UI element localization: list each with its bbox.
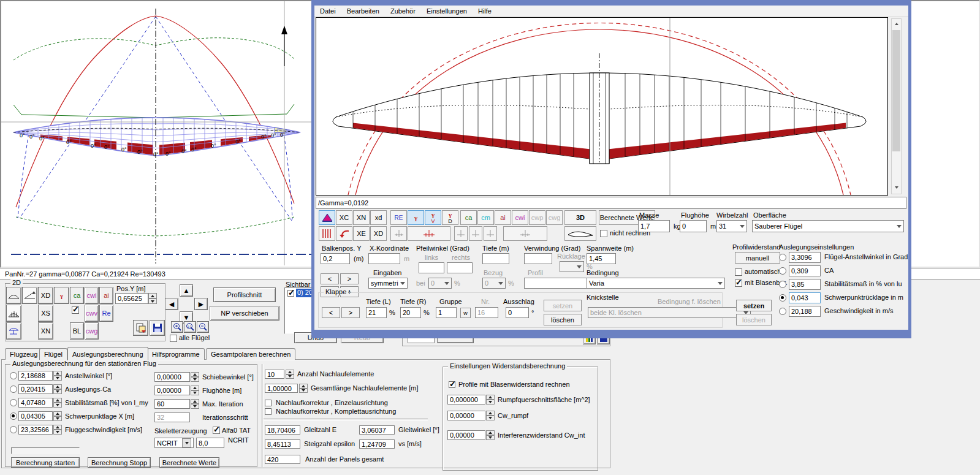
sichtbar-item-checkbox[interactable] <box>287 290 294 297</box>
verwindung-field[interactable] <box>524 253 552 264</box>
nicht-rechnen-checkbox[interactable] <box>600 230 607 237</box>
menu-bearbeiten[interactable]: Bearbeiten <box>341 7 385 15</box>
undo-child-button[interactable] <box>336 226 352 241</box>
ruecklage-select[interactable] <box>560 261 584 272</box>
ausschlag-field[interactable]: 0 <box>506 307 529 318</box>
tab-flugzeug[interactable]: Flugzeug <box>5 348 42 360</box>
dist-button-3[interactable] <box>469 226 482 241</box>
menu-einstellungen[interactable]: Einstellungen <box>421 7 473 15</box>
schiebewinkel-field[interactable]: 0,00000 <box>154 372 190 382</box>
cw-int-field[interactable]: 0,00000 <box>447 430 485 440</box>
radio-geschwindigkeit-child[interactable] <box>779 308 786 315</box>
vs-field[interactable]: 1,24709 <box>359 439 395 449</box>
menu-hilfe[interactable]: Hilfe <box>473 7 497 15</box>
rumpfflaeche-spinner[interactable] <box>486 395 495 405</box>
ai-plot-button[interactable]: ai <box>495 210 511 225</box>
dist-button-active[interactable] <box>408 226 450 241</box>
rumpfflaeche-field[interactable]: 0,000000 <box>447 395 485 405</box>
zoom-out-button[interactable] <box>197 321 209 333</box>
ncrit-value-field[interactable]: 8,0 <box>196 438 224 448</box>
anstellwinkel-child-field[interactable]: 3,3096 <box>789 252 821 263</box>
pfeil-rechts-field[interactable] <box>447 262 473 273</box>
planform-view-button[interactable] <box>319 210 335 225</box>
flughoehe-spinner[interactable] <box>191 386 199 395</box>
alpha-view-button[interactable] <box>22 287 37 304</box>
flughoehe-field[interactable]: 0,00000 <box>154 386 190 395</box>
tab-gesamtpolaren[interactable]: Gesamtpolaren berechnen <box>206 348 295 360</box>
profil-field[interactable] <box>524 278 596 289</box>
gamma-readout-field[interactable]: /Gamma=0,0192 <box>316 197 906 209</box>
dist-button-2[interactable] <box>454 226 468 241</box>
xd-button[interactable]: XD <box>370 226 387 241</box>
cwg-plot-button[interactable]: cwg <box>546 210 563 225</box>
menu-zubehoer[interactable]: Zubehör <box>385 7 421 15</box>
schiebewinkel-spinner[interactable] <box>191 372 199 382</box>
flughoehe-child-field[interactable]: 0 <box>680 220 707 232</box>
gleitwinkel-field[interactable]: 3,06037 <box>359 425 395 435</box>
schwerpunktlage-field[interactable]: 0,04305 <box>18 411 53 421</box>
pan-right-button[interactable]: ▶ <box>194 298 208 310</box>
nachlauf-anzahl-field[interactable]: 10 <box>265 370 284 379</box>
ca-child-field[interactable]: 0,309 <box>789 265 821 276</box>
balkenpos-field[interactable]: 0,2 <box>321 253 350 264</box>
berechnete-werte-button[interactable]: Berechnete Werte <box>159 457 219 468</box>
oberflaeche-select[interactable]: Sauberer Flügel <box>752 220 904 232</box>
knick-setzen-button[interactable]: setzen <box>736 300 772 311</box>
tiefe-l-field[interactable]: 21 <box>366 307 387 318</box>
ribs-button[interactable] <box>319 226 335 241</box>
cwg-button-2d[interactable]: cwg <box>85 322 99 340</box>
bezug-select[interactable]: 0 <box>482 278 506 289</box>
schwerpunkt-child-field[interactable]: 0,043 <box>789 292 821 303</box>
spannweite-field[interactable]: 1,45 <box>587 253 616 264</box>
cw-int-spinner[interactable] <box>486 430 495 440</box>
parasol-view-button[interactable] <box>6 322 21 340</box>
radio-anstellwinkel-child[interactable] <box>779 254 786 261</box>
bei-select[interactable]: 0 <box>428 278 452 289</box>
blasenber-checkbox[interactable] <box>735 279 742 287</box>
max-iteration-field[interactable]: 60 <box>154 399 190 409</box>
ca-button-2d[interactable]: ca <box>70 287 84 304</box>
radio-fluggeschwindigkeit[interactable] <box>10 426 17 433</box>
scrollbar-thumb[interactable] <box>892 30 900 151</box>
anstellwinkel-field[interactable]: 2,18688 <box>18 371 53 381</box>
xc-button[interactable]: XC <box>336 210 352 225</box>
xe-button[interactable]: XE <box>353 226 370 241</box>
tiefe-r-field[interactable]: 20 <box>400 307 421 318</box>
re-button-2d[interactable]: Re <box>99 305 113 322</box>
cw-rumpf-spinner[interactable] <box>486 411 495 420</box>
nachlauf-anzahl-spinner[interactable] <box>286 370 294 379</box>
pan-up-button[interactable]: ▲ <box>180 284 193 297</box>
xn-button-2d[interactable]: XN <box>38 322 53 340</box>
klappe-setzen-button[interactable]: setzen <box>544 300 582 311</box>
balken-prev-button[interactable]: < <box>321 273 339 284</box>
manuell-button[interactable]: manuell <box>735 252 780 264</box>
np-verschieben-button[interactable]: NP verschieben <box>210 306 279 321</box>
stab-child-field[interactable]: 3,85 <box>789 279 821 290</box>
dist-button-5[interactable] <box>503 226 547 241</box>
klappe-loeschen-button[interactable]: löschen <box>544 314 582 325</box>
w-button[interactable]: w <box>460 308 471 318</box>
airfoil-section-button[interactable] <box>564 226 596 241</box>
masse-field[interactable]: 1,7 <box>638 220 670 232</box>
geschwindigkeit-child-field[interactable]: 20,188 <box>789 306 821 317</box>
berechnung-starten-button[interactable]: Berechnung starten <box>11 457 80 468</box>
fluggeschwindigkeit-spinner[interactable] <box>53 425 62 435</box>
scrollbar-track[interactable] <box>891 18 902 194</box>
radio-anstellwinkel[interactable] <box>10 372 17 379</box>
anstellwinkel-spinner[interactable] <box>53 371 62 381</box>
berechnung-stopp-button[interactable]: Berechnung Stopp <box>88 457 151 468</box>
ca-checkbox-2d[interactable] <box>72 306 79 314</box>
cw-rumpf-field[interactable]: 0,00000 <box>447 411 485 420</box>
klappe-next-button[interactable]: > <box>341 307 360 318</box>
xkoordinate-field[interactable] <box>368 253 400 264</box>
copy-button[interactable] <box>133 320 148 336</box>
xn-button[interactable]: XN <box>353 210 370 225</box>
bedingung-select[interactable]: Varia <box>587 278 725 289</box>
scroll-down-button[interactable] <box>892 183 901 192</box>
max-iteration-spinner[interactable] <box>191 399 199 409</box>
gruppe-field[interactable]: 1 <box>436 307 457 318</box>
radio-ca-child[interactable] <box>779 267 786 275</box>
tab-hilfsprogramme[interactable]: Hilfsprogramme <box>147 348 205 360</box>
alfa0-checkbox[interactable] <box>213 427 220 434</box>
xd-small-button[interactable]: xd <box>370 210 387 225</box>
